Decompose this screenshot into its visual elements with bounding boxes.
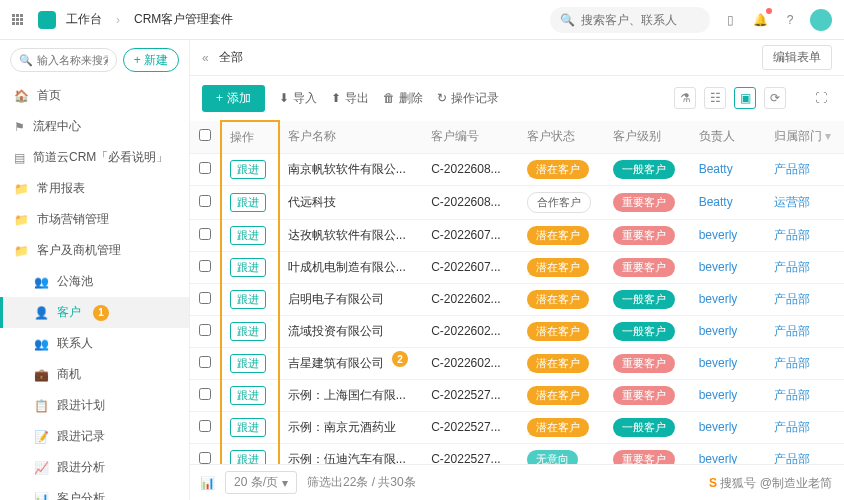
dept-link[interactable]: 运营部: [774, 195, 810, 209]
delete-button[interactable]: 🗑删除: [383, 90, 423, 107]
column-header[interactable]: 客户状态: [519, 121, 605, 153]
column-header[interactable]: 客户级别: [605, 121, 691, 153]
follow-button[interactable]: 跟进: [230, 226, 266, 245]
dept-link[interactable]: 产品部: [774, 420, 810, 434]
follow-button[interactable]: 跟进: [230, 354, 266, 373]
follow-button[interactable]: 跟进: [230, 450, 266, 465]
breadcrumb-workspace[interactable]: 工作台: [66, 11, 102, 28]
row-checkbox[interactable]: [199, 195, 211, 207]
customer-name[interactable]: 示例：南京元酒药业: [279, 411, 423, 443]
workspace-icon[interactable]: [38, 11, 56, 29]
customer-name[interactable]: 流域投资有限公司: [279, 315, 423, 347]
customer-name[interactable]: 启明电子有限公司: [279, 283, 423, 315]
sidebar-item[interactable]: ⚑流程中心: [0, 111, 189, 142]
sidebar-search[interactable]: 🔍: [10, 48, 117, 72]
row-checkbox[interactable]: [199, 356, 211, 368]
owner-link[interactable]: Beatty: [699, 162, 733, 176]
apps-icon[interactable]: [12, 14, 28, 25]
follow-button[interactable]: 跟进: [230, 386, 266, 405]
owner-link[interactable]: beverly: [699, 420, 738, 434]
sidebar-sub-item[interactable]: 💼商机: [0, 359, 189, 390]
column-header[interactable]: 操作: [221, 121, 279, 153]
sidebar-item[interactable]: ▤简道云CRM「必看说明」: [0, 142, 189, 173]
sidebar-search-input[interactable]: [37, 54, 108, 66]
export-button[interactable]: ⬆导出: [331, 90, 369, 107]
row-checkbox[interactable]: [199, 292, 211, 304]
row-checkbox[interactable]: [199, 260, 211, 272]
column-header[interactable]: 负责人: [691, 121, 766, 153]
add-button[interactable]: +添加: [202, 85, 265, 112]
help-icon[interactable]: ?: [780, 10, 800, 30]
sidebar-sub-item[interactable]: 👥联系人: [0, 328, 189, 359]
customer-name[interactable]: 达孜帆软软件有限公...: [279, 219, 423, 251]
dept-link[interactable]: 产品部: [774, 292, 810, 306]
follow-button[interactable]: 跟进: [230, 193, 266, 212]
owner-link[interactable]: Beatty: [699, 195, 733, 209]
notification-icon[interactable]: 🔔: [750, 10, 770, 30]
refresh-icon[interactable]: ⟳: [764, 87, 786, 109]
customer-name[interactable]: 示例：伍迪汽车有限...: [279, 443, 423, 464]
column-header[interactable]: 归属部门 ▾: [766, 121, 845, 153]
edit-form-button[interactable]: 编辑表单: [762, 45, 832, 70]
bookmark-icon[interactable]: ▯: [720, 10, 740, 30]
page-size-select[interactable]: 20 条/页▾: [225, 471, 297, 494]
row-checkbox[interactable]: [199, 452, 211, 464]
new-button[interactable]: + 新建: [123, 48, 179, 72]
follow-button[interactable]: 跟进: [230, 258, 266, 277]
owner-link[interactable]: beverly: [699, 260, 738, 274]
follow-button[interactable]: 跟进: [230, 290, 266, 309]
owner-link[interactable]: beverly: [699, 228, 738, 242]
avatar[interactable]: [810, 9, 832, 31]
tab-all[interactable]: 全部: [219, 49, 243, 66]
follow-button[interactable]: 跟进: [230, 160, 266, 179]
row-checkbox[interactable]: [199, 388, 211, 400]
column-header[interactable]: 客户名称: [279, 121, 423, 153]
sidebar-item[interactable]: 🏠首页: [0, 80, 189, 111]
customer-name[interactable]: 南京帆软软件有限公...: [279, 153, 423, 185]
dept-link[interactable]: 产品部: [774, 388, 810, 402]
view-icon[interactable]: ▣: [734, 87, 756, 109]
sidebar-sub-item[interactable]: 📝跟进记录: [0, 421, 189, 452]
owner-link[interactable]: beverly: [699, 324, 738, 338]
sidebar-sub-item[interactable]: 📊客户分析: [0, 483, 189, 500]
owner-link[interactable]: beverly: [699, 356, 738, 370]
dept-link[interactable]: 产品部: [774, 356, 810, 370]
row-checkbox[interactable]: [199, 420, 211, 432]
column-header[interactable]: 客户编号: [423, 121, 519, 153]
owner-link[interactable]: beverly: [699, 388, 738, 402]
sidebar-item[interactable]: 📁常用报表: [0, 173, 189, 204]
dept-link[interactable]: 产品部: [774, 228, 810, 242]
search-input[interactable]: [581, 13, 700, 27]
customer-name[interactable]: 叶成机电制造有限公...: [279, 251, 423, 283]
column-icon[interactable]: ☷: [704, 87, 726, 109]
row-checkbox[interactable]: [199, 324, 211, 336]
row-checkbox[interactable]: [199, 162, 211, 174]
fullscreen-icon[interactable]: ⛶: [810, 87, 832, 109]
sidebar-sub-item[interactable]: 👥公海池: [0, 266, 189, 297]
sidebar-item[interactable]: 📁市场营销管理: [0, 204, 189, 235]
owner-link[interactable]: beverly: [699, 452, 738, 464]
chart-icon[interactable]: 📊: [200, 476, 215, 490]
owner-link[interactable]: beverly: [699, 292, 738, 306]
sidebar-sub-item[interactable]: 📋跟进计划: [0, 390, 189, 421]
sidebar-sub-item[interactable]: 📈跟进分析: [0, 452, 189, 483]
global-search[interactable]: 🔍: [550, 7, 710, 33]
import-button[interactable]: ⬇导入: [279, 90, 317, 107]
customer-name[interactable]: 示例：上海国仁有限...: [279, 379, 423, 411]
filter-icon[interactable]: ⚗: [674, 87, 696, 109]
search-icon: 🔍: [19, 54, 33, 67]
breadcrumb-app[interactable]: CRM客户管理套件: [134, 11, 233, 28]
follow-button[interactable]: 跟进: [230, 322, 266, 341]
select-all[interactable]: [199, 129, 211, 141]
dept-link[interactable]: 产品部: [774, 162, 810, 176]
sidebar-item[interactable]: 📁客户及商机管理: [0, 235, 189, 266]
sidebar-sub-item[interactable]: 👤客户1: [0, 297, 189, 328]
customer-name[interactable]: 代远科技: [279, 185, 423, 219]
dept-link[interactable]: 产品部: [774, 260, 810, 274]
log-button[interactable]: ↻操作记录: [437, 90, 499, 107]
collapse-icon[interactable]: «: [202, 51, 209, 65]
row-checkbox[interactable]: [199, 228, 211, 240]
dept-link[interactable]: 产品部: [774, 452, 810, 465]
dept-link[interactable]: 产品部: [774, 324, 810, 338]
follow-button[interactable]: 跟进: [230, 418, 266, 437]
